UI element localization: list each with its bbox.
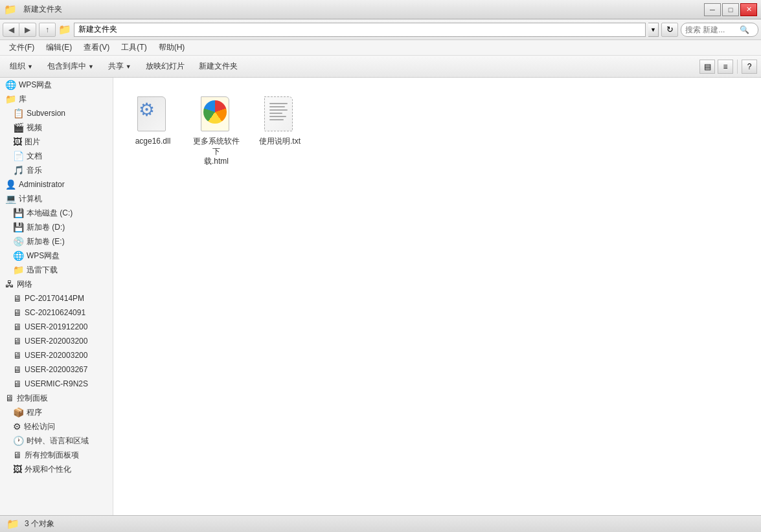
back-button[interactable]: ◀ xyxy=(3,23,19,37)
sidebar-item-0[interactable]: 🌐WPS网盘 xyxy=(0,78,113,92)
new-folder-button[interactable]: 新建文件夹 xyxy=(193,58,244,75)
sidebar-icon-15: 🖥 xyxy=(13,293,22,304)
close-button[interactable]: ✕ xyxy=(740,3,757,16)
sidebar-item-24[interactable]: ⚙轻松访问 xyxy=(0,419,113,434)
title-bar-left: 📁 新建文件夹 xyxy=(4,3,62,16)
sidebar-icon-13: 📁 xyxy=(13,265,24,275)
sidebar-item-8[interactable]: 💻计算机 xyxy=(0,192,113,206)
sidebar-item-21[interactable]: 🖥USERMIC-R9N2S xyxy=(0,377,113,391)
sidebar-item-1[interactable]: 📁库 xyxy=(0,92,113,106)
sidebar-item-19[interactable]: 🖥USER-202003200 xyxy=(0,348,113,362)
sidebar-icon-19: 🖥 xyxy=(13,350,22,360)
sidebar-item-13[interactable]: 📁迅雷下载 xyxy=(0,263,113,277)
slideshow-button[interactable]: 放映幻灯片 xyxy=(140,58,190,75)
status-folder-icon: 📁 xyxy=(6,518,19,530)
file-item-dll[interactable]: ⚙ acge16.dll xyxy=(124,88,182,172)
sidebar-item-3[interactable]: 🎬视频 xyxy=(0,120,113,135)
txt-line-5 xyxy=(269,116,286,117)
menu-tools[interactable]: 工具(T) xyxy=(116,41,152,54)
sidebar-item-15[interactable]: 🖥PC-20170414PM xyxy=(0,291,113,305)
sidebar-icon-10: 💾 xyxy=(13,222,24,232)
menu-edit[interactable]: 编辑(E) xyxy=(41,41,77,54)
sidebar-icon-5: 📄 xyxy=(13,151,24,161)
sidebar-item-5[interactable]: 📄文档 xyxy=(0,149,113,163)
sidebar-icon-6: 🎵 xyxy=(13,165,24,175)
include-library-label: 包含到库中 xyxy=(47,61,86,72)
txt-icon xyxy=(260,94,299,133)
sidebar-item-4[interactable]: 🖼图片 xyxy=(0,135,113,149)
sidebar-icon-2: 📋 xyxy=(13,108,24,118)
forward-button[interactable]: ▶ xyxy=(19,23,36,37)
sidebar-item-6[interactable]: 🎵音乐 xyxy=(0,163,113,177)
sidebar-label-3: 视频 xyxy=(27,122,42,133)
main-container: 🌐WPS网盘📁库📋Subversion🎬视频🖼图片📄文档🎵音乐👤Administ… xyxy=(0,78,761,515)
sidebar-item-27[interactable]: 🖼外观和个性化 xyxy=(0,462,113,476)
include-library-button[interactable]: 包含到库中 ▼ xyxy=(41,58,100,75)
sidebar-item-23[interactable]: 📦程序 xyxy=(0,405,113,419)
sidebar-icon-12: 🌐 xyxy=(13,250,24,261)
organize-button[interactable]: 组织 ▼ xyxy=(4,58,39,75)
sidebar-item-17[interactable]: 🖥USER-201912200 xyxy=(0,320,113,334)
txt-line-1 xyxy=(269,103,288,104)
sidebar-label-1: 库 xyxy=(19,94,27,105)
sidebar-label-20: USER-202003267 xyxy=(25,365,87,374)
sidebar-icon-23: 📦 xyxy=(13,407,24,417)
help-button[interactable]: ? xyxy=(742,60,757,74)
sidebar-label-25: 时钟、语言和区域 xyxy=(27,436,89,447)
sidebar-item-11[interactable]: 💿新加卷 (E:) xyxy=(0,234,113,249)
minimize-button[interactable]: ─ xyxy=(704,3,721,16)
sidebar-label-18: USER-202003200 xyxy=(25,337,87,346)
file-item-html[interactable]: 更多系统软件下载.html xyxy=(187,88,245,172)
view-details-button[interactable]: ≡ xyxy=(718,60,733,74)
share-button[interactable]: 共享 ▼ xyxy=(102,58,137,75)
address-text: 新建文件夹 xyxy=(78,24,117,35)
address-field[interactable]: 新建文件夹 xyxy=(74,23,646,37)
txt-lines xyxy=(269,103,288,120)
sidebar-label-15: PC-20170414PM xyxy=(25,294,84,303)
gear-overlay: ⚙ xyxy=(139,99,155,120)
maximize-button[interactable]: □ xyxy=(722,3,739,16)
sidebar-item-10[interactable]: 💾新加卷 (D:) xyxy=(0,220,113,234)
menu-view[interactable]: 查看(V) xyxy=(78,41,115,54)
content-area: ⚙ acge16.dll 更多系统软件下载.html xyxy=(113,78,761,515)
address-dropdown-button[interactable]: ▼ xyxy=(648,23,659,37)
sidebar-item-22[interactable]: 🖥控制面板 xyxy=(0,391,113,405)
sidebar-icon-18: 🖥 xyxy=(13,336,22,346)
sidebar-item-16[interactable]: 🖥SC-20210624091 xyxy=(0,305,113,320)
txt-line-4 xyxy=(269,113,282,114)
sidebar-label-7: Administrator xyxy=(19,180,65,189)
sidebar-icon-21: 🖥 xyxy=(13,379,22,389)
sidebar-label-17: USER-201912200 xyxy=(25,322,87,331)
sidebar-item-14[interactable]: 🖧网络 xyxy=(0,277,113,291)
sidebar-item-20[interactable]: 🖥USER-202003267 xyxy=(0,362,113,377)
file-item-txt[interactable]: 使用说明.txt xyxy=(251,88,309,172)
refresh-button[interactable]: ↻ xyxy=(661,23,678,37)
sidebar-item-9[interactable]: 💾本地磁盘 (C:) xyxy=(0,206,113,220)
sidebar-item-12[interactable]: 🌐WPS网盘 xyxy=(0,249,113,263)
search-icon[interactable]: 🔍 xyxy=(740,25,749,34)
sidebar-label-9: 本地磁盘 (C:) xyxy=(27,208,73,219)
sidebar-label-8: 计算机 xyxy=(19,194,42,205)
sidebar-item-18[interactable]: 🖥USER-202003200 xyxy=(0,334,113,348)
sidebar-label-0: WPS网盘 xyxy=(19,80,52,91)
sidebar-label-2: Subversion xyxy=(27,109,65,118)
sidebar-label-12: WPS网盘 xyxy=(27,250,60,261)
search-input[interactable] xyxy=(685,25,737,34)
sidebar-item-7[interactable]: 👤Administrator xyxy=(0,177,113,192)
view-toggle-button[interactable]: ▤ xyxy=(699,60,715,74)
sidebar-item-25[interactable]: 🕐时钟、语言和区域 xyxy=(0,434,113,448)
up-button[interactable]: ↑ xyxy=(39,23,56,37)
file-label-txt: 使用说明.txt xyxy=(259,137,301,147)
sidebar-icon-26: 🖥 xyxy=(13,450,22,460)
window-title: 新建文件夹 xyxy=(23,4,62,15)
menu-help[interactable]: 帮助(H) xyxy=(153,41,190,54)
status-bar: 📁 3 个对象 xyxy=(0,515,761,532)
nav-buttons: ◀ ▶ xyxy=(3,23,36,37)
search-box[interactable]: 🔍 xyxy=(681,23,758,37)
sidebar-label-14: 网络 xyxy=(17,279,32,290)
sidebar-label-22: 控制面板 xyxy=(17,393,48,404)
menu-file[interactable]: 文件(F) xyxy=(4,41,40,54)
sidebar-label-16: SC-20210624091 xyxy=(25,308,85,317)
sidebar-item-26[interactable]: 🖥所有控制面板项 xyxy=(0,448,113,462)
sidebar-item-2[interactable]: 📋Subversion xyxy=(0,106,113,120)
